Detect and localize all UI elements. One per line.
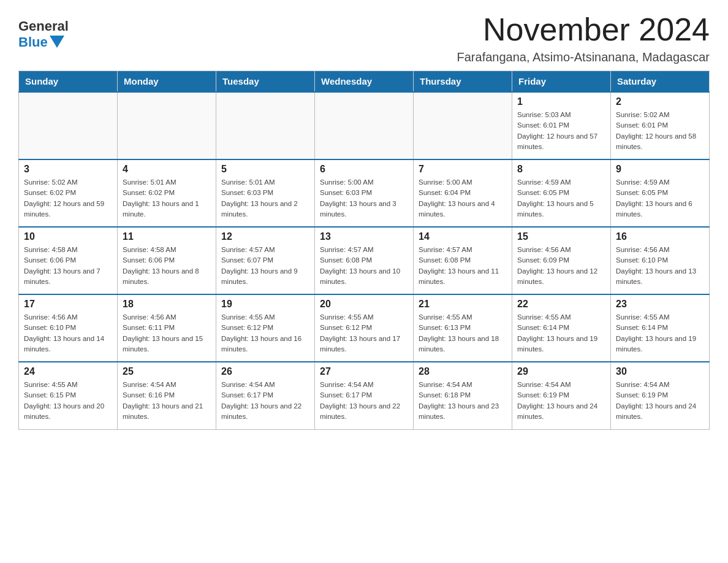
calendar-cell: 25Sunrise: 4:54 AMSunset: 6:16 PMDayligh… — [118, 362, 216, 429]
weekday-header-tuesday: Tuesday — [216, 71, 315, 93]
week-row-3: 10Sunrise: 4:58 AMSunset: 6:06 PMDayligh… — [19, 227, 710, 294]
calendar-cell — [19, 92, 118, 159]
day-info: Sunrise: 4:56 AMSunset: 6:11 PMDaylight:… — [123, 312, 211, 354]
calendar-cell: 19Sunrise: 4:55 AMSunset: 6:12 PMDayligh… — [216, 294, 315, 362]
header: General Blue November 2024 Farafangana, … — [18, 12, 710, 64]
calendar-cell — [315, 92, 414, 159]
day-number: 8 — [517, 164, 605, 175]
day-number: 17 — [24, 299, 112, 310]
calendar-cell: 24Sunrise: 4:55 AMSunset: 6:15 PMDayligh… — [19, 362, 118, 429]
calendar-cell: 11Sunrise: 4:58 AMSunset: 6:06 PMDayligh… — [118, 227, 216, 294]
day-number: 24 — [24, 366, 112, 377]
day-info: Sunrise: 4:59 AMSunset: 6:05 PMDaylight:… — [517, 177, 605, 220]
day-info: Sunrise: 4:59 AMSunset: 6:05 PMDaylight:… — [616, 177, 704, 220]
day-info: Sunrise: 5:02 AMSunset: 6:02 PMDaylight:… — [24, 177, 112, 220]
location-title: Farafangana, Atsimo-Atsinanana, Madagasc… — [457, 50, 710, 64]
calendar-header-row: SundayMondayTuesdayWednesdayThursdayFrid… — [19, 71, 710, 93]
day-info: Sunrise: 4:56 AMSunset: 6:10 PMDaylight:… — [24, 312, 112, 354]
day-info: Sunrise: 4:54 AMSunset: 6:17 PMDaylight:… — [320, 380, 408, 422]
calendar-cell: 21Sunrise: 4:55 AMSunset: 6:13 PMDayligh… — [414, 294, 512, 362]
calendar-cell: 17Sunrise: 4:56 AMSunset: 6:10 PMDayligh… — [19, 294, 118, 362]
day-number: 15 — [517, 231, 605, 242]
calendar-cell: 1Sunrise: 5:03 AMSunset: 6:01 PMDaylight… — [512, 92, 611, 159]
calendar-cell: 9Sunrise: 4:59 AMSunset: 6:05 PMDaylight… — [611, 159, 710, 227]
calendar-cell: 12Sunrise: 4:57 AMSunset: 6:07 PMDayligh… — [216, 227, 315, 294]
day-number: 28 — [419, 366, 507, 377]
day-number: 16 — [616, 231, 704, 242]
calendar-cell: 27Sunrise: 4:54 AMSunset: 6:17 PMDayligh… — [315, 362, 414, 429]
day-info: Sunrise: 4:55 AMSunset: 6:12 PMDaylight:… — [221, 312, 309, 354]
day-info: Sunrise: 4:58 AMSunset: 6:06 PMDaylight:… — [123, 245, 211, 287]
day-number: 23 — [616, 299, 704, 310]
weekday-header-monday: Monday — [118, 71, 216, 93]
week-row-4: 17Sunrise: 4:56 AMSunset: 6:10 PMDayligh… — [19, 294, 710, 362]
day-info: Sunrise: 4:57 AMSunset: 6:08 PMDaylight:… — [320, 245, 408, 287]
day-number: 29 — [517, 366, 605, 377]
week-row-2: 3Sunrise: 5:02 AMSunset: 6:02 PMDaylight… — [19, 159, 710, 227]
weekday-header-sunday: Sunday — [19, 71, 118, 93]
day-info: Sunrise: 4:55 AMSunset: 6:15 PMDaylight:… — [24, 380, 112, 422]
day-info: Sunrise: 4:54 AMSunset: 6:18 PMDaylight:… — [419, 380, 507, 422]
day-number: 30 — [616, 366, 704, 377]
weekday-header-saturday: Saturday — [611, 71, 710, 93]
day-number: 25 — [123, 366, 211, 377]
calendar-cell: 10Sunrise: 4:58 AMSunset: 6:06 PMDayligh… — [19, 227, 118, 294]
day-number: 1 — [517, 96, 605, 107]
day-number: 7 — [419, 164, 507, 175]
calendar-cell: 29Sunrise: 4:54 AMSunset: 6:19 PMDayligh… — [512, 362, 611, 429]
day-info: Sunrise: 4:56 AMSunset: 6:10 PMDaylight:… — [616, 245, 704, 287]
calendar-cell: 2Sunrise: 5:02 AMSunset: 6:01 PMDaylight… — [611, 92, 710, 159]
day-number: 10 — [24, 231, 112, 242]
day-number: 2 — [616, 96, 704, 107]
day-info: Sunrise: 4:54 AMSunset: 6:17 PMDaylight:… — [221, 380, 309, 422]
day-info: Sunrise: 4:55 AMSunset: 6:12 PMDaylight:… — [320, 312, 408, 354]
day-number: 9 — [616, 164, 704, 175]
calendar-cell: 8Sunrise: 4:59 AMSunset: 6:05 PMDaylight… — [512, 159, 611, 227]
day-number: 6 — [320, 164, 408, 175]
day-number: 26 — [221, 366, 309, 377]
calendar-cell: 22Sunrise: 4:55 AMSunset: 6:14 PMDayligh… — [512, 294, 611, 362]
calendar-cell: 15Sunrise: 4:56 AMSunset: 6:09 PMDayligh… — [512, 227, 611, 294]
day-number: 13 — [320, 231, 408, 242]
day-info: Sunrise: 4:55 AMSunset: 6:14 PMDaylight:… — [517, 312, 605, 354]
day-info: Sunrise: 4:58 AMSunset: 6:06 PMDaylight:… — [24, 245, 112, 287]
day-number: 3 — [24, 164, 112, 175]
calendar-cell: 14Sunrise: 4:57 AMSunset: 6:08 PMDayligh… — [414, 227, 512, 294]
day-info: Sunrise: 5:00 AMSunset: 6:03 PMDaylight:… — [320, 177, 408, 220]
day-info: Sunrise: 4:55 AMSunset: 6:14 PMDaylight:… — [616, 312, 704, 354]
day-number: 11 — [123, 231, 211, 242]
day-number: 5 — [221, 164, 309, 175]
calendar-table: SundayMondayTuesdayWednesdayThursdayFrid… — [18, 71, 710, 430]
week-row-5: 24Sunrise: 4:55 AMSunset: 6:15 PMDayligh… — [19, 362, 710, 429]
day-info: Sunrise: 4:55 AMSunset: 6:13 PMDaylight:… — [419, 312, 507, 354]
day-info: Sunrise: 4:57 AMSunset: 6:08 PMDaylight:… — [419, 245, 507, 287]
calendar-cell: 16Sunrise: 4:56 AMSunset: 6:10 PMDayligh… — [611, 227, 710, 294]
calendar-cell: 18Sunrise: 4:56 AMSunset: 6:11 PMDayligh… — [118, 294, 216, 362]
calendar-cell: 7Sunrise: 5:00 AMSunset: 6:04 PMDaylight… — [414, 159, 512, 227]
calendar-cell: 28Sunrise: 4:54 AMSunset: 6:18 PMDayligh… — [414, 362, 512, 429]
day-number: 21 — [419, 299, 507, 310]
calendar-cell: 5Sunrise: 5:01 AMSunset: 6:03 PMDaylight… — [216, 159, 315, 227]
day-info: Sunrise: 5:02 AMSunset: 6:01 PMDaylight:… — [616, 110, 704, 152]
calendar-cell — [118, 92, 216, 159]
day-number: 18 — [123, 299, 211, 310]
calendar-cell: 6Sunrise: 5:00 AMSunset: 6:03 PMDaylight… — [315, 159, 414, 227]
day-number: 22 — [517, 299, 605, 310]
logo-blue-text: Blue — [18, 34, 64, 50]
logo-triangle-icon — [50, 36, 64, 48]
day-info: Sunrise: 4:54 AMSunset: 6:19 PMDaylight:… — [517, 380, 605, 422]
day-info: Sunrise: 5:01 AMSunset: 6:02 PMDaylight:… — [123, 177, 211, 220]
day-info: Sunrise: 4:57 AMSunset: 6:07 PMDaylight:… — [221, 245, 309, 287]
calendar-cell: 30Sunrise: 4:54 AMSunset: 6:19 PMDayligh… — [611, 362, 710, 429]
calendar-cell: 20Sunrise: 4:55 AMSunset: 6:12 PMDayligh… — [315, 294, 414, 362]
calendar-cell: 4Sunrise: 5:01 AMSunset: 6:02 PMDaylight… — [118, 159, 216, 227]
day-info: Sunrise: 4:54 AMSunset: 6:19 PMDaylight:… — [616, 380, 704, 422]
logo-general-text: General — [18, 18, 69, 34]
day-info: Sunrise: 5:00 AMSunset: 6:04 PMDaylight:… — [419, 177, 507, 220]
day-number: 14 — [419, 231, 507, 242]
calendar-cell: 26Sunrise: 4:54 AMSunset: 6:17 PMDayligh… — [216, 362, 315, 429]
week-row-1: 1Sunrise: 5:03 AMSunset: 6:01 PMDaylight… — [19, 92, 710, 159]
title-area: November 2024 Farafangana, Atsimo-Atsina… — [457, 12, 710, 64]
calendar-cell: 23Sunrise: 4:55 AMSunset: 6:14 PMDayligh… — [611, 294, 710, 362]
day-info: Sunrise: 4:54 AMSunset: 6:16 PMDaylight:… — [123, 380, 211, 422]
